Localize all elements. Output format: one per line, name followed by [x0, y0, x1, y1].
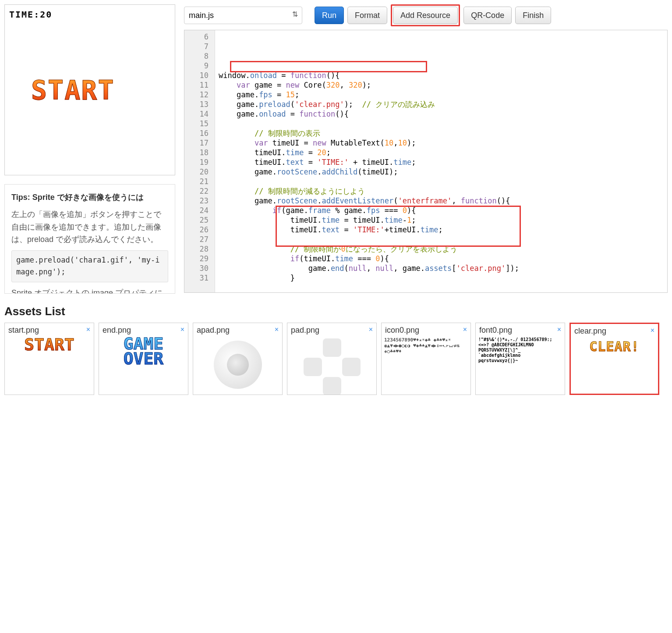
asset-card[interactable]: start.png×START	[4, 323, 94, 395]
close-icon[interactable]: ×	[180, 326, 184, 334]
asset-name: end.png	[103, 326, 131, 335]
asset-name: apad.png	[197, 326, 230, 335]
code-area[interactable]: window.onload = function(){ var game = n…	[215, 30, 667, 292]
time-label: TIME:20	[9, 9, 170, 20]
game-preview: TIME:20 START	[4, 4, 175, 175]
code-highlight-preload	[230, 61, 427, 72]
asset-preview: CLEAR!	[571, 337, 658, 394]
close-icon[interactable]: ×	[275, 326, 279, 334]
asset-preview	[287, 336, 376, 395]
tips-panel: Tips: Sprite で好きな画像を使うには 左上の「画像を追加」ボタンを押…	[4, 184, 175, 294]
asset-name: pad.png	[291, 326, 319, 335]
code-highlight-gameend	[276, 206, 521, 247]
asset-name: clear.png	[574, 327, 606, 336]
asset-card[interactable]: clear.png×CLEAR!	[569, 323, 659, 395]
assets-grid: start.png×STARTend.png×GAME OVERapad.png…	[4, 323, 668, 395]
asset-card[interactable]: apad.png×	[193, 323, 283, 395]
close-icon[interactable]: ×	[86, 326, 90, 334]
tips-title: Tips: Sprite で好きな画像を使うには	[11, 191, 168, 204]
asset-name: start.png	[8, 326, 39, 335]
close-icon[interactable]: ×	[557, 326, 561, 334]
close-icon[interactable]: ×	[369, 326, 373, 334]
tips-para2: Sprite オブジェクトの image プロパティに指定することで好きな画像を…	[11, 287, 168, 294]
asset-card[interactable]: font0.png× !"#$%&'()*+,-./ 0123456789:;<…	[475, 323, 565, 395]
asset-preview: GAME OVER	[99, 336, 188, 395]
close-icon[interactable]: ×	[463, 326, 467, 334]
file-selector[interactable]: main.js	[184, 7, 302, 24]
finish-button[interactable]: Finish	[515, 7, 551, 24]
code-editor[interactable]: 6789101112131415161718192021222324252627…	[184, 30, 668, 293]
add-resource-button[interactable]: Add Resource	[393, 7, 458, 24]
asset-preview: !"#$%&'()*+,-./ 0123456789:;<=>? @ABCDEF…	[476, 336, 565, 395]
asset-card[interactable]: icon0.png×1234567890♥♦★☀◆♣ ◆♣♠♥★☀◉▲▼◀▶●○…	[381, 323, 471, 395]
asset-preview: 1234567890♥♦★☀◆♣ ◆♣♠♥★☀◉▲▼◀▶●○◐◑ ♥◆♣♠▲▼◀…	[382, 336, 470, 395]
add-resource-highlight: Add Resource	[391, 4, 460, 26]
qrcode-button[interactable]: QR-Code	[463, 7, 512, 24]
assets-header: Assets List	[4, 305, 668, 318]
tips-code1: game.preload('chara1.gif', 'my-image.png…	[11, 250, 168, 282]
asset-card[interactable]: end.png×GAME OVER	[99, 323, 188, 395]
close-icon[interactable]: ×	[651, 327, 654, 334]
asset-name: font0.png	[479, 326, 512, 335]
run-button[interactable]: Run	[315, 7, 344, 24]
toolbar: main.js Run Format Add Resource QR-Code …	[184, 4, 668, 26]
start-sprite: START	[31, 75, 115, 106]
asset-preview	[193, 336, 282, 395]
asset-card[interactable]: pad.png×	[287, 323, 377, 395]
tips-para1: 左上の「画像を追加」ボタンを押すことで自由に画像を追加できます。追加した画像は、…	[11, 208, 168, 246]
line-gutter: 6789101112131415161718192021222324252627…	[184, 30, 215, 292]
asset-name: icon0.png	[385, 326, 419, 335]
format-button[interactable]: Format	[347, 7, 387, 24]
asset-preview: START	[5, 336, 94, 395]
